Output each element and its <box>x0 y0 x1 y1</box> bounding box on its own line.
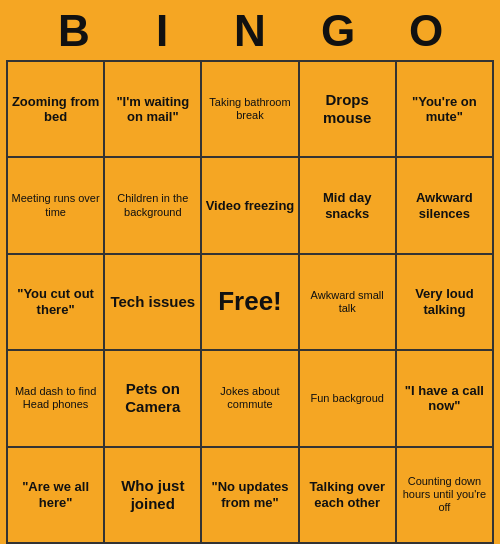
bingo-cell: Taking bathroom break <box>202 62 297 156</box>
bingo-cell: Awkward small talk <box>300 255 395 349</box>
bingo-cell: Very loud talking <box>397 255 492 349</box>
bingo-cell: Children in the background <box>105 158 200 252</box>
bingo-cell: Mad dash to find Head phones <box>8 351 103 445</box>
title-letter: B <box>30 6 118 56</box>
title-letter: I <box>118 6 206 56</box>
bingo-cell: Tech issues <box>105 255 200 349</box>
bingo-cell: Mid day snacks <box>300 158 395 252</box>
bingo-cell: "I'm waiting on mail" <box>105 62 200 156</box>
bingo-cell: Awkward silences <box>397 158 492 252</box>
title-letter: N <box>206 6 294 56</box>
bingo-cell: Counting down hours until you're off <box>397 448 492 542</box>
bingo-cell: Who just joined <box>105 448 200 542</box>
bingo-cell: Talking over each other <box>300 448 395 542</box>
bingo-cell: Drops mouse <box>300 62 395 156</box>
bingo-cell: Jokes about commute <box>202 351 297 445</box>
bingo-title: BINGO <box>0 0 500 60</box>
bingo-cell: Fun backgroud <box>300 351 395 445</box>
bingo-cell: "Are we all here" <box>8 448 103 542</box>
bingo-cell: Zooming from bed <box>8 62 103 156</box>
bingo-cell: Pets on Camera <box>105 351 200 445</box>
bingo-cell: Free! <box>202 255 297 349</box>
title-letter: O <box>382 6 470 56</box>
bingo-cell: "You're on mute" <box>397 62 492 156</box>
bingo-cell: "I have a call now" <box>397 351 492 445</box>
bingo-cell: Meeting runs over time <box>8 158 103 252</box>
bingo-grid: Zooming from bed"I'm waiting on mail"Tak… <box>6 60 494 544</box>
bingo-cell: "No updates from me" <box>202 448 297 542</box>
bingo-cell: Video freezing <box>202 158 297 252</box>
title-letter: G <box>294 6 382 56</box>
bingo-cell: "You cut out there" <box>8 255 103 349</box>
